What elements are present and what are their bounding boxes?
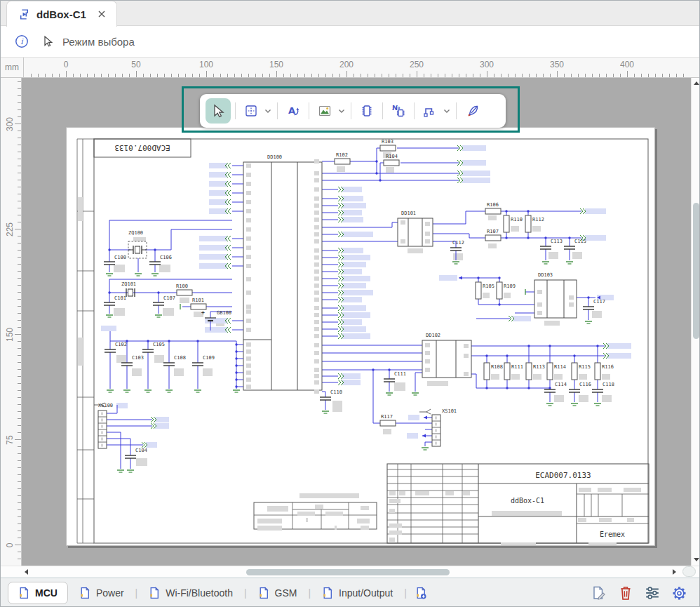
ruler-tick (255, 74, 256, 77)
scrollbar-corner-knob[interactable] (682, 566, 696, 577)
component-C111[interactable]: C111 (384, 371, 406, 382)
ruler-tick (508, 74, 509, 77)
sheet-filter-button[interactable] (645, 585, 660, 601)
svg-text:ddBox-C1: ddBox-C1 (511, 497, 544, 505)
tab-close-icon[interactable] (97, 9, 107, 19)
component-C116[interactable]: C116 (569, 382, 591, 392)
component-ZQ101[interactable]: ZQ101 (121, 281, 136, 297)
select-tool-button[interactable] (206, 98, 231, 124)
component-C118[interactable]: C118 (592, 382, 614, 392)
component-C117[interactable]: C117 (583, 299, 605, 309)
component-ZQ100[interactable]: ZQ100 (128, 230, 147, 258)
horizontal-scrollbar[interactable] (1, 566, 700, 578)
schematic-canvas[interactable]: ECAD007.0133ECAD007.0133ddBox-C1EremexDD… (22, 78, 691, 566)
component-C114[interactable]: C114 (544, 382, 567, 392)
renumber-tool-button[interactable]: № (387, 100, 410, 122)
place-text-tool-button[interactable]: A (282, 100, 304, 122)
sheet-separator: | (244, 587, 247, 599)
delete-sheet-button[interactable] (618, 585, 633, 601)
ruler-tick (339, 74, 340, 77)
document-tab[interactable]: ddBox-C1 (6, 1, 117, 27)
edit-sheet-button[interactable] (591, 585, 607, 601)
component-R104[interactable]: R104 (384, 154, 399, 166)
sheet-tab-gsm[interactable]: GSM (248, 582, 307, 603)
component-C113[interactable]: C113 (540, 239, 563, 249)
component-C106[interactable]: C106 (149, 255, 172, 265)
ruler-tick (311, 74, 312, 77)
ruler-tick (290, 74, 291, 77)
component-C108[interactable]: C108 (163, 355, 186, 366)
sheet-doc-icon (149, 587, 160, 599)
place-image-tool-dropdown[interactable] (336, 100, 346, 122)
component-R100[interactable]: R100 (176, 284, 192, 295)
place-component-tool-button[interactable] (356, 100, 378, 122)
component-XS101[interactable]: XS101 (419, 408, 457, 446)
ruler-tick (403, 74, 403, 77)
ruler-tick (18, 166, 21, 166)
scroll-right-arrow[interactable] (673, 569, 676, 575)
component-C104[interactable]: C104 (125, 448, 147, 458)
component-R106[interactable]: R106 (485, 202, 501, 214)
component-C100[interactable]: C100 (104, 255, 126, 265)
component-C107[interactable]: C107 (153, 295, 175, 305)
scroll-down-arrow[interactable] (694, 558, 699, 561)
component-DD100[interactable]: DD100 (243, 154, 322, 394)
component-R101[interactable]: R101 (191, 298, 206, 309)
place-wire-tool-dropdown[interactable] (441, 100, 452, 122)
component-DD101[interactable]: DD101 (398, 211, 433, 246)
place-image-tool-button[interactable] (314, 100, 336, 122)
add-sheet-button[interactable] (408, 587, 433, 599)
ruler-label: 150 (262, 60, 290, 69)
component-R117[interactable]: R117 (380, 414, 396, 426)
ruler-tick (18, 320, 21, 321)
component-C105[interactable]: C105 (142, 342, 165, 352)
place-figure-tool-dropdown[interactable] (262, 100, 273, 122)
component-C102[interactable]: C102 (105, 342, 127, 352)
component-R102[interactable]: R102 (335, 152, 350, 164)
chevron-down-icon (443, 109, 450, 114)
ruler-tick (122, 74, 123, 77)
probe-tool-button[interactable] (461, 100, 483, 122)
vertical-scroll-thumb[interactable] (693, 203, 699, 339)
component-C109[interactable]: C109 (192, 355, 215, 366)
schematic-page[interactable]: ECAD007.0133ECAD007.0133ddBox-C1EremexDD… (66, 127, 655, 546)
sheet-tab-power[interactable]: Power (69, 582, 134, 603)
sheet-tab-mcu[interactable]: MCU (8, 582, 68, 604)
ruler-tick (18, 236, 21, 236)
vertical-scrollbar[interactable] (691, 78, 700, 566)
component-DD102[interactable]: DD102 (422, 333, 471, 378)
ruler-label: 225 (5, 215, 15, 244)
component-C112[interactable]: C112 (450, 240, 464, 251)
component-R107[interactable]: R107 (485, 229, 501, 241)
scroll-up-arrow[interactable] (694, 81, 699, 85)
svg-text:C114: C114 (555, 382, 567, 387)
sheet-tab-wi-fi-bluetooth[interactable]: Wi-Fi/Bluetooth (139, 582, 243, 603)
horizontal-scroll-thumb[interactable] (246, 569, 450, 575)
ruler-unit-label: mm (1, 58, 24, 77)
ruler-tick (234, 74, 235, 77)
component-R103[interactable]: R103 (380, 139, 396, 151)
ruler-tick (501, 74, 502, 77)
ruler-tick (354, 74, 354, 77)
place-figure-tool-button[interactable] (240, 100, 262, 122)
toolbar-separator (309, 102, 309, 119)
ruler-tick (613, 74, 614, 77)
sheet-doc-icon (18, 587, 29, 599)
toolbar-separator (414, 102, 415, 119)
sheet-tab-input-output[interactable]: Input/Output (312, 582, 403, 603)
sheet-settings-button[interactable] (671, 585, 687, 601)
ruler-tick (227, 74, 228, 77)
component-C101[interactable]: C101 (104, 295, 126, 305)
component-DD103[interactable]: DD103 (534, 272, 577, 318)
ruler-tick (18, 313, 21, 314)
ruler-tick (438, 74, 438, 77)
scroll-left-arrow[interactable] (25, 569, 28, 575)
component-C110[interactable]: C110 (320, 389, 342, 400)
sheet-tab-label: Power (96, 587, 124, 599)
sheet-tab-label: Wi-Fi/Bluetooth (166, 587, 233, 599)
place-wire-tool-button[interactable] (419, 100, 441, 122)
ruler-tick (213, 74, 214, 77)
component-C115[interactable]: C115 (564, 239, 586, 249)
sliders-icon (645, 586, 660, 600)
info-icon[interactable]: i (15, 34, 29, 48)
